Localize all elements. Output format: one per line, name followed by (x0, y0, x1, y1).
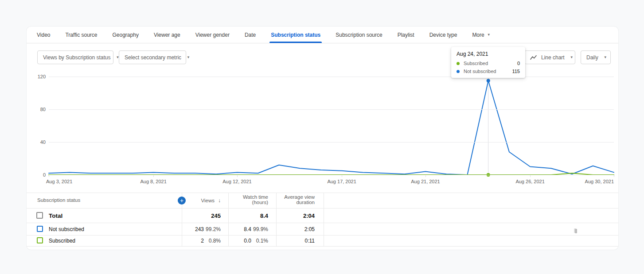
row-views: 243 (195, 226, 204, 232)
row-duration: 0:11 (305, 238, 315, 244)
tab-more[interactable]: More ▼ (464, 27, 498, 43)
x-axis-tick (425, 175, 426, 177)
x-axis-label: Aug 3, 2021 (46, 179, 72, 184)
x-axis-label: Aug 8, 2021 (140, 179, 166, 184)
dimension-tabbar: Video Traffic source Geography Viewer ag… (27, 27, 618, 43)
tooltip-row-not-subscribed: Not subscribed 115 (457, 69, 520, 74)
interval-select[interactable]: Daily ▼ (581, 50, 611, 64)
tab-viewer-age[interactable]: Viewer age (146, 27, 188, 43)
x-axis-label: Aug 30, 2021 (585, 179, 614, 184)
table-top-border (27, 193, 618, 193)
row-views-pct: 99.2% (206, 226, 221, 232)
column-header-views[interactable]: Views ↓ (201, 197, 221, 204)
metric-select[interactable]: Views by Subscription status ▼ (37, 50, 113, 64)
row-divider (27, 223, 618, 223)
gridline (49, 175, 614, 175)
tooltip-row-subscribed: Subscribed 0 (457, 61, 520, 66)
row-watch-pct: 0.1% (256, 238, 268, 244)
y-axis-label: 0 (29, 172, 46, 178)
sort-desc-icon: ↓ (218, 197, 221, 204)
x-axis-tick (49, 175, 49, 177)
row-views: 2 (201, 238, 204, 244)
avg-duration-line2: duration (284, 200, 315, 205)
column-divider (228, 193, 229, 246)
chart-type-value: Line chart (541, 54, 565, 61)
column-divider (324, 193, 324, 246)
avg-duration-line1: Average view (284, 194, 315, 200)
column-header-avg-duration[interactable]: Average view duration (284, 194, 315, 205)
tab-viewer-gender[interactable]: Viewer gender (188, 27, 237, 43)
chevron-down-icon: ▼ (487, 33, 491, 37)
table-header-border (27, 208, 618, 208)
row-watch: 0.0 (244, 238, 251, 244)
row-watch: 8.4 (244, 226, 251, 232)
gridline (49, 77, 614, 77)
total-views: 245 (211, 212, 221, 219)
row-duration: 2:05 (304, 226, 315, 232)
tab-playlist[interactable]: Playlist (390, 27, 422, 43)
gridline (49, 109, 614, 110)
tooltip-date: Aug 24, 2021 (457, 51, 520, 57)
tab-subscription-status[interactable]: Subscription status (263, 27, 328, 43)
tab-geography[interactable]: Geography (105, 27, 146, 43)
tab-device-type[interactable]: Device type (422, 27, 465, 43)
tooltip-value: 0 (517, 61, 520, 66)
watch-time-line1: Watch time (243, 194, 268, 200)
x-axis-tick (237, 175, 238, 177)
row-views-pct: 0.8% (209, 238, 221, 244)
secondary-metric-select[interactable]: Select secondary metric ▼ (119, 50, 186, 64)
tooltip-label: Not subscribed (464, 69, 496, 74)
total-row-label: Total (49, 212, 62, 219)
x-axis-label: Aug 12, 2021 (222, 179, 251, 184)
not-subscribed-dot-icon (457, 70, 460, 73)
gridline (49, 142, 614, 143)
add-metric-button[interactable]: + (178, 197, 186, 205)
row-watch-pct: 99.9% (253, 226, 268, 232)
tab-more-label: More (472, 32, 484, 38)
series-line (49, 81, 614, 175)
chevron-down-icon: ▼ (570, 56, 574, 59)
tab-video[interactable]: Video (29, 27, 58, 43)
x-axis-tick (530, 175, 531, 177)
chart-tooltip: Aug 24, 2021 Subscribed 0 Not subscribed… (451, 47, 525, 78)
subscribed-dot-icon (457, 62, 460, 65)
total-avg-duration: 2:04 (303, 212, 315, 219)
row-label: Not subscribed (49, 226, 84, 232)
secondary-metric-value: Select secondary metric (125, 54, 181, 61)
total-watch-time: 8.4 (260, 212, 268, 219)
x-axis-label: Aug 21, 2021 (411, 179, 440, 184)
cursor-artifact (575, 229, 577, 233)
x-axis-tick (614, 175, 614, 177)
interval-value: Daily (586, 54, 598, 61)
y-axis-label: 120 (29, 74, 46, 80)
subscribed-checkbox[interactable] (37, 237, 43, 243)
y-axis-label: 40 (29, 139, 46, 145)
tab-traffic-source[interactable]: Traffic source (58, 27, 105, 43)
line-chart-icon (530, 55, 537, 60)
watch-time-line2: (hours) (243, 200, 268, 205)
total-row-checkbox[interactable] (36, 212, 43, 219)
tab-date[interactable]: Date (237, 27, 263, 43)
tooltip-value: 115 (512, 69, 520, 74)
y-axis-label: 80 (29, 107, 46, 112)
row-label: Subscribed (49, 238, 75, 244)
analytics-card: Video Traffic source Geography Viewer ag… (27, 27, 618, 250)
table-bottom-border (27, 246, 618, 247)
column-divider (276, 193, 277, 246)
x-axis-tick (342, 175, 342, 177)
column-header-watch-time[interactable]: Watch time (hours) (243, 194, 268, 205)
chart-type-select[interactable]: Line chart ▼ (524, 50, 575, 64)
metric-select-value: Views by Subscription status (43, 54, 111, 61)
x-axis-tick (153, 175, 154, 177)
x-axis-label: Aug 17, 2021 (327, 179, 356, 184)
line-chart[interactable] (49, 77, 614, 175)
x-axis-label: Aug 26, 2021 (515, 179, 544, 184)
column-header-dimension[interactable]: Subscription status (37, 197, 80, 203)
row-divider (27, 235, 618, 235)
highlight-point (487, 79, 490, 82)
chevron-down-icon: ▼ (604, 56, 607, 59)
not-subscribed-checkbox[interactable] (37, 226, 43, 232)
chevron-down-icon: ▼ (187, 56, 190, 59)
tab-subscription-source[interactable]: Subscription source (328, 27, 390, 43)
views-header-label: Views (201, 198, 215, 203)
